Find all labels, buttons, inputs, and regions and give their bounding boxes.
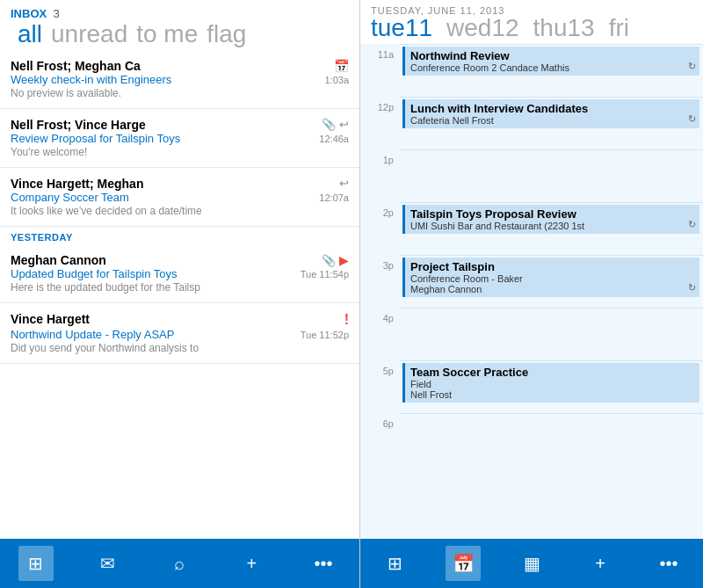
- right-bottom-bar: ⊞ 📅 ▦ + •••: [360, 539, 703, 588]
- left-panel: INBOX 3 allunreadto meflag Nell Frost; M…: [0, 0, 360, 588]
- section-label-yesterday: YESTERDAY: [0, 227, 359, 244]
- email-time: 12:07a: [319, 192, 349, 203]
- email-time: 12:46a: [319, 134, 349, 144]
- right-cal-view-icon[interactable]: ▦: [514, 546, 549, 581]
- email-subject: Weekly check-in with Engineers: [11, 73, 171, 86]
- right-calendar-icon[interactable]: 📅: [446, 546, 481, 581]
- event-row-3: Tailspin Toys Proposal Review UMI Sushi …: [399, 202, 703, 255]
- nav-tab-to me[interactable]: to me: [136, 22, 207, 50]
- left-mail-icon[interactable]: ✉: [91, 546, 126, 581]
- calendar-event-ev1[interactable]: Northwind Review Conference Room 2 Canda…: [402, 47, 699, 76]
- event-detail: Meghan Cannon: [410, 284, 694, 294]
- email-subject: Review Proposal for Tailspin Toys: [11, 132, 180, 145]
- time-slot-12p: 12p: [360, 100, 399, 153]
- cal-day-tab-tue11[interactable]: tue11: [371, 16, 446, 44]
- inbox-count: 3: [53, 7, 59, 20]
- nav-tabs: allunreadto meflag: [11, 22, 349, 50]
- right-grid-icon[interactable]: ⊞: [377, 546, 412, 581]
- time-slot-1p: 1p: [360, 153, 399, 206]
- events-column: Northwind Review Conference Room 2 Canda…: [399, 44, 703, 539]
- email-subject: Northwind Update - Reply ASAP: [11, 328, 174, 341]
- email-sender: Nell Frost; Meghan Ca: [11, 59, 141, 73]
- event-detail: Conference Room 2 Candace Mathis: [410, 62, 694, 73]
- email-preview: Did you send your Northwind analysis to: [11, 342, 349, 354]
- time-slot-5p: 5p: [360, 364, 399, 417]
- attachment-icon: 📎: [322, 118, 336, 131]
- nav-tab-unread[interactable]: unread: [51, 22, 136, 50]
- time-slot-4p: 4p: [360, 311, 399, 364]
- left-more-icon[interactable]: •••: [306, 546, 341, 581]
- right-header: TUESDAY, JUNE 11, 2013 tue11wed12thu13fr…: [360, 0, 703, 44]
- left-grid-icon[interactable]: ⊞: [18, 546, 54, 581]
- refresh-icon: ↻: [688, 219, 696, 230]
- right-more-icon[interactable]: •••: [651, 546, 686, 581]
- event-row-7: [399, 413, 703, 466]
- email-item-e1[interactable]: Nell Frost; Meghan Ca 📅 Weekly check-in …: [0, 50, 359, 109]
- nav-tab-all[interactable]: all: [18, 22, 51, 50]
- right-add-icon[interactable]: +: [583, 546, 618, 581]
- urgent-icon: !: [344, 312, 349, 328]
- reply-icon: ↩: [339, 118, 349, 131]
- cal-day-tabs: tue11wed12thu13fri: [371, 16, 692, 44]
- event-row-2: [399, 149, 703, 202]
- email-item-e2[interactable]: Nell Frost; Vince Harge 📎↩ Review Propos…: [0, 109, 359, 168]
- nav-tab-flag[interactable]: flag: [207, 22, 255, 50]
- event-row-5: [399, 308, 703, 360]
- left-search-icon[interactable]: ⌕: [162, 546, 197, 581]
- email-sender: Vince Hargett: [11, 312, 90, 326]
- inbox-label: INBOX 3: [11, 7, 349, 20]
- attachment-icon: 📎: [322, 254, 336, 267]
- email-sender: Vince Hargett; Meghan: [11, 177, 143, 191]
- time-slot-2p: 2p: [360, 206, 399, 258]
- calendar-icon: 📅: [334, 59, 349, 73]
- email-sender: Meghan Cannon: [11, 253, 106, 267]
- calendar-event-ev3[interactable]: Tailspin Toys Proposal Review UMI Sushi …: [402, 205, 699, 234]
- email-time: Tue 11:52p: [301, 330, 349, 340]
- email-subject: Company Soccer Team: [11, 191, 129, 204]
- calendar-event-ev2[interactable]: Lunch with Interview Candidates Cafeteri…: [402, 99, 699, 128]
- email-item-e5[interactable]: Vince Hargett ! Northwind Update - Reply…: [0, 303, 359, 364]
- time-slot-11a: 11a: [360, 47, 399, 100]
- email-preview: You're welcome!: [11, 146, 349, 158]
- email-preview: It looks like we've decided on a date/ti…: [11, 205, 349, 217]
- time-slot-3p: 3p: [360, 258, 399, 311]
- cal-day-tab-wed12[interactable]: wed12: [446, 16, 533, 44]
- left-bottom-bar: ⊞ ✉ ⌕ + •••: [0, 539, 359, 588]
- event-title: Team Soccer Practice: [410, 366, 694, 379]
- event-detail: Cafeteria Nell Frost: [410, 115, 694, 126]
- refresh-icon: ↻: [688, 282, 696, 294]
- flag-icon: ▶: [339, 253, 349, 267]
- event-title: Tailspin Toys Proposal Review: [410, 207, 694, 221]
- event-title: Project Tailspin: [410, 260, 694, 273]
- event-title: Lunch with Interview Candidates: [410, 102, 694, 115]
- cal-day-tab-thu13[interactable]: thu13: [533, 16, 609, 44]
- event-row-0: Northwind Review Conference Room 2 Canda…: [399, 44, 703, 97]
- left-add-icon[interactable]: +: [234, 546, 269, 581]
- time-slot-6p: 6p: [360, 417, 399, 469]
- cal-day-tab-fri[interactable]: fri: [609, 16, 643, 44]
- email-time: 1:03a: [324, 75, 349, 85]
- event-title: Northwind Review: [410, 49, 694, 62]
- refresh-icon: ↻: [688, 113, 696, 125]
- calendar-event-ev5[interactable]: Team Soccer Practice FieldNell Frost: [402, 363, 699, 403]
- event-row-6: Team Soccer Practice FieldNell Frost: [399, 360, 703, 413]
- email-list: Nell Frost; Meghan Ca 📅 Weekly check-in …: [0, 50, 359, 539]
- time-column: 11a12p1p2p3p4p5p6p: [360, 44, 399, 539]
- email-sender: Nell Frost; Vince Harge: [11, 118, 146, 132]
- email-time: Tue 11:54p: [301, 269, 349, 279]
- email-preview: Here is the updated budget for the Tails…: [11, 281, 349, 294]
- cal-body: 11a12p1p2p3p4p5p6p Northwind Review Conf…: [360, 44, 703, 539]
- email-preview: No preview is available.: [11, 87, 349, 99]
- event-detail: Field: [410, 379, 694, 389]
- left-header: INBOX 3 allunreadto meflag: [0, 0, 359, 50]
- right-panel: TUESDAY, JUNE 11, 2013 tue11wed12thu13fr…: [360, 0, 703, 588]
- inbox-text: INBOX: [11, 7, 47, 20]
- reply-icon: ↩: [339, 177, 349, 190]
- calendar-event-ev4[interactable]: Project Tailspin Conference Room - Baker…: [402, 258, 699, 297]
- email-item-e3[interactable]: Vince Hargett; Meghan ↩ Company Soccer T…: [0, 168, 359, 227]
- event-detail: Nell Frost: [410, 389, 694, 400]
- refresh-icon: ↻: [688, 61, 696, 72]
- email-subject: Updated Budget for Tailspin Toys: [11, 267, 178, 280]
- email-item-e4[interactable]: Meghan Cannon 📎▶ Updated Budget for Tail…: [0, 244, 359, 303]
- event-row-1: Lunch with Interview Candidates Cafeteri…: [399, 97, 703, 149]
